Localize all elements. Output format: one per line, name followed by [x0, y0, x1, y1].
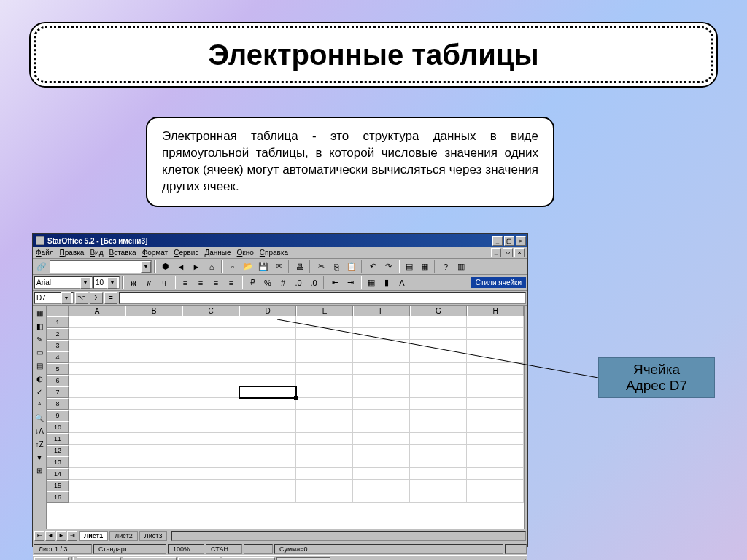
- menu-insert[interactable]: Вставка: [109, 249, 136, 257]
- equals-icon[interactable]: =: [104, 292, 117, 304]
- col-header-F[interactable]: F: [353, 306, 410, 316]
- percent-icon[interactable]: %: [260, 276, 275, 289]
- minimize-button[interactable]: _: [492, 236, 503, 246]
- cell-A1[interactable]: [69, 316, 125, 328]
- cell-B9[interactable]: [125, 410, 182, 421]
- font-combo[interactable]: Arial▼: [34, 276, 93, 289]
- font-color-icon[interactable]: A: [395, 276, 409, 289]
- sheet-tab-1[interactable]: Лист1: [79, 531, 108, 541]
- theme-icon[interactable]: ◐: [33, 373, 46, 385]
- cell-G5[interactable]: [410, 363, 467, 375]
- cell-C10[interactable]: [182, 421, 239, 433]
- taskbar-item-chapter2[interactable]: 📄Глава 2: [178, 557, 220, 561]
- window-titlebar[interactable]: StarOffice 5.2 - [Без имени3] _ ▢ ×: [33, 234, 527, 247]
- cell-D12[interactable]: [239, 445, 296, 456]
- doc-minimize-button[interactable]: _: [491, 248, 501, 257]
- menu-file[interactable]: Файл: [36, 249, 54, 257]
- bold-button[interactable]: ж: [126, 276, 141, 289]
- cell-A8[interactable]: [69, 398, 125, 410]
- cell-D11[interactable]: [239, 433, 296, 445]
- cell-E11[interactable]: [296, 433, 353, 445]
- cell-B1[interactable]: [125, 316, 182, 328]
- name-box[interactable]: D7▼: [34, 292, 74, 304]
- cell-C1[interactable]: [182, 316, 239, 328]
- row-header[interactable]: 1: [47, 316, 69, 328]
- cell-H1[interactable]: [467, 316, 524, 328]
- row-header[interactable]: 15: [47, 480, 69, 491]
- sort-desc-icon[interactable]: ↑Z: [33, 438, 46, 451]
- open-icon[interactable]: 📂: [241, 260, 255, 273]
- cell-E6[interactable]: [296, 375, 353, 386]
- horizontal-scrollbar[interactable]: [171, 531, 526, 541]
- cell-A2[interactable]: [69, 328, 125, 340]
- cell-B4[interactable]: [125, 351, 182, 363]
- cell-E12[interactable]: [296, 445, 353, 456]
- cell-D2[interactable]: [239, 328, 296, 340]
- tab-next-icon[interactable]: ►: [56, 531, 66, 541]
- cell-C12[interactable]: [182, 445, 239, 456]
- cell-F14[interactable]: [353, 468, 410, 480]
- cell-H7[interactable]: [467, 386, 524, 398]
- cell-H13[interactable]: [467, 456, 524, 468]
- cell-G6[interactable]: [410, 375, 467, 386]
- grid-body[interactable]: 12345678910111213141516: [47, 316, 524, 529]
- cell-B13[interactable]: [125, 456, 182, 468]
- cell-H10[interactable]: [467, 421, 524, 433]
- cell-H4[interactable]: [467, 351, 524, 363]
- filter-icon[interactable]: ▼: [33, 451, 46, 464]
- align-right-icon[interactable]: ≡: [209, 276, 223, 289]
- undo-icon[interactable]: ↶: [365, 260, 380, 273]
- insert-object-icon[interactable]: ◧: [33, 320, 46, 332]
- new-icon[interactable]: ▫: [225, 260, 240, 273]
- cell-E1[interactable]: [296, 316, 353, 328]
- cell-A4[interactable]: [69, 351, 125, 363]
- cell-G1[interactable]: [410, 316, 467, 328]
- cell-F6[interactable]: [353, 375, 410, 386]
- italic-button[interactable]: к: [142, 276, 156, 289]
- gallery-icon[interactable]: ▥: [454, 260, 468, 273]
- cell-C8[interactable]: [182, 398, 239, 410]
- cell-E5[interactable]: [296, 363, 353, 375]
- cell-C6[interactable]: [182, 375, 239, 386]
- cell-A6[interactable]: [69, 375, 125, 386]
- col-header-H[interactable]: H: [467, 306, 524, 316]
- cell-E8[interactable]: [296, 398, 353, 410]
- cell-H14[interactable]: [467, 468, 524, 480]
- cell-H8[interactable]: [467, 398, 524, 410]
- cell-F1[interactable]: [353, 316, 410, 328]
- cell-H16[interactable]: [467, 491, 524, 503]
- indent-dec-icon[interactable]: ⇤: [328, 276, 342, 289]
- cell-A5[interactable]: [69, 363, 125, 375]
- status-page-style[interactable]: Стандарт: [93, 544, 166, 554]
- cell-D4[interactable]: [239, 351, 296, 363]
- sheet-tab-2[interactable]: Лист2: [109, 531, 138, 541]
- cell-D1[interactable]: [239, 316, 296, 328]
- show-draw-icon[interactable]: ✎: [33, 333, 46, 346]
- cell-H11[interactable]: [467, 433, 524, 445]
- row-header[interactable]: 13: [47, 456, 69, 468]
- cell-H3[interactable]: [467, 340, 524, 351]
- align-justify-icon[interactable]: ≡: [224, 276, 239, 289]
- cell-C13[interactable]: [182, 456, 239, 468]
- cell-H2[interactable]: [467, 328, 524, 340]
- cell-D10[interactable]: [239, 421, 296, 433]
- cell-E9[interactable]: [296, 410, 353, 421]
- status-mode[interactable]: СТАН: [206, 544, 242, 554]
- cell-G14[interactable]: [410, 468, 467, 480]
- cell-A9[interactable]: [69, 410, 125, 421]
- dec-inc-icon[interactable]: .0: [291, 276, 306, 289]
- cell-C16[interactable]: [182, 491, 239, 503]
- sheet-tab-3[interactable]: Лист3: [139, 531, 168, 541]
- cell-G3[interactable]: [410, 340, 467, 351]
- start-button[interactable]: ▣ Пуск: [34, 557, 69, 561]
- redo-icon[interactable]: ↷: [381, 260, 395, 273]
- hyperlink-icon[interactable]: 🔗: [34, 260, 49, 273]
- autoformat-icon[interactable]: ▤: [33, 359, 46, 372]
- spellcheck-icon[interactable]: ✓: [33, 386, 46, 398]
- cell-F13[interactable]: [353, 456, 410, 468]
- cell-D8[interactable]: [239, 398, 296, 410]
- row-header[interactable]: 14: [47, 468, 69, 480]
- cell-C14[interactable]: [182, 468, 239, 480]
- doc-restore-button[interactable]: ▱: [503, 248, 513, 257]
- menu-help[interactable]: Справка: [260, 249, 288, 257]
